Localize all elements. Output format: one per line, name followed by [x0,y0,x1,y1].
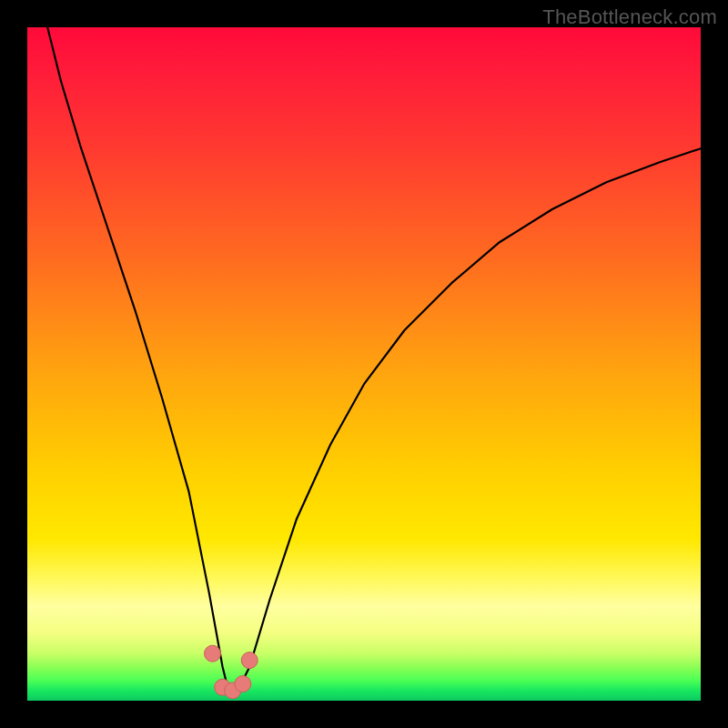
bottleneck-curve [27,27,701,701]
curve-path [47,27,701,694]
minimum-marker [205,645,221,662]
chart-frame: TheBottleneck.com [0,0,728,728]
minimum-markers [205,645,258,699]
plot-area [27,27,701,701]
minimum-marker [235,676,251,693]
watermark-text: TheBottleneck.com [542,5,717,29]
minimum-marker [241,652,258,669]
